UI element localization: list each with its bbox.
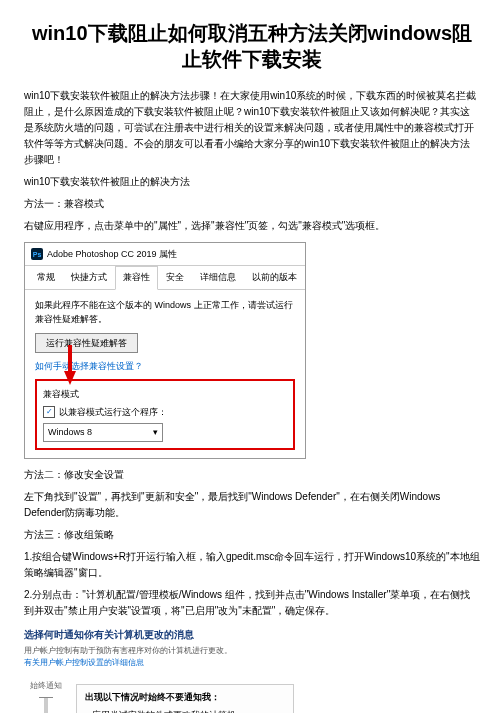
subheading: win10下载安装软件被阻止的解决方法 [24, 174, 480, 190]
tab-shortcut[interactable]: 快捷方式 [63, 266, 115, 288]
method2-text: 左下角找到"设置"，再找到"更新和安全"，最后找到"Windows Defend… [24, 489, 480, 521]
uac-box-title: 出现以下情况时始终不要通知我： [85, 691, 285, 705]
tab-general[interactable]: 常规 [29, 266, 63, 288]
uac-slider-area: 始终通知 从不通知 出现以下情况时始终不要通知我： •应用尝试安装软件或更改我的… [24, 680, 480, 713]
method1-heading: 方法一：兼容模式 [24, 196, 480, 212]
compat-os-dropdown[interactable]: Windows 8 ▾ [43, 423, 163, 441]
dialog-titlebar: Ps Adobe Photoshop CC 2019 属性 [25, 243, 305, 266]
tab-security[interactable]: 安全 [158, 266, 192, 288]
method1-text: 右键应用程序，点击菜单中的"属性"，选择"兼容性"页签，勾选"兼容模式"选项框。 [24, 218, 480, 234]
photoshop-icon: Ps [31, 248, 43, 260]
method3-heading: 方法三：修改组策略 [24, 527, 480, 543]
compat-mode-group: 兼容模式 ✓ 以兼容模式运行这个程序： Windows 8 ▾ [35, 379, 295, 449]
properties-dialog: Ps Adobe Photoshop CC 2019 属性 常规 快捷方式 兼容… [24, 242, 306, 459]
compat-checkbox-row[interactable]: ✓ 以兼容模式运行这个程序： [43, 405, 287, 419]
uac-details-link[interactable]: 有关用户帐户控制设置的详细信息 [24, 657, 480, 670]
dialog-tabs: 常规 快捷方式 兼容性 安全 详细信息 以前的版本 [25, 266, 305, 289]
compat-checkbox[interactable]: ✓ [43, 406, 55, 418]
chevron-down-icon: ▾ [153, 425, 158, 439]
uac-bullet1: 应用尝试安装软件或更改我的计算机 [92, 709, 236, 713]
tab-details[interactable]: 详细信息 [192, 266, 244, 288]
tab-previous[interactable]: 以前的版本 [244, 266, 305, 288]
uac-info-box: 出现以下情况时始终不要通知我： •应用尝试安装软件或更改我的计算机 •我更改了 … [76, 684, 294, 713]
manual-settings-link[interactable]: 如何手动选择兼容性设置？ [35, 361, 143, 371]
dialog-body: 如果此程序不能在这个版本的 Windows 上正常工作，请尝试运行兼容性疑难解答… [25, 290, 305, 458]
method3-step1: 1.按组合键Windows+R打开运行输入框，输入gpedit.msc命令回车运… [24, 549, 480, 581]
dialog-body-text: 如果此程序不能在这个版本的 Windows 上正常工作，请尝试运行兼容性疑难解答… [35, 298, 295, 327]
slider-top-label: 始终通知 [30, 680, 62, 693]
dropdown-value: Windows 8 [48, 425, 92, 439]
uac-desc: 用户帐户控制有助于预防有害程序对你的计算机进行更改。 [24, 645, 480, 658]
method3-step2: 2.分别点击："计算机配置/管理模板/Windows 组件，找到并点击"Wind… [24, 587, 480, 619]
page-title: win10下载阻止如何取消五种方法关闭windows阻止软件下载安装 [24, 20, 480, 72]
intro-paragraph: win10下载安装软件被阻止的解决方法步骤！在大家使用win10系统的时候，下载… [24, 88, 480, 168]
compat-checkbox-label: 以兼容模式运行这个程序： [59, 405, 167, 419]
group-label: 兼容模式 [43, 387, 287, 401]
uac-title: 选择何时通知你有关计算机更改的消息 [24, 627, 480, 643]
troubleshoot-button[interactable]: 运行兼容性疑难解答 [35, 333, 138, 353]
tab-compatibility[interactable]: 兼容性 [115, 266, 158, 289]
dialog-title: Adobe Photoshop CC 2019 属性 [47, 247, 177, 261]
uac-slider-track[interactable] [44, 697, 48, 713]
slider-column: 始终通知 从不通知 [24, 680, 68, 713]
method2-heading: 方法二：修改安全设置 [24, 467, 480, 483]
